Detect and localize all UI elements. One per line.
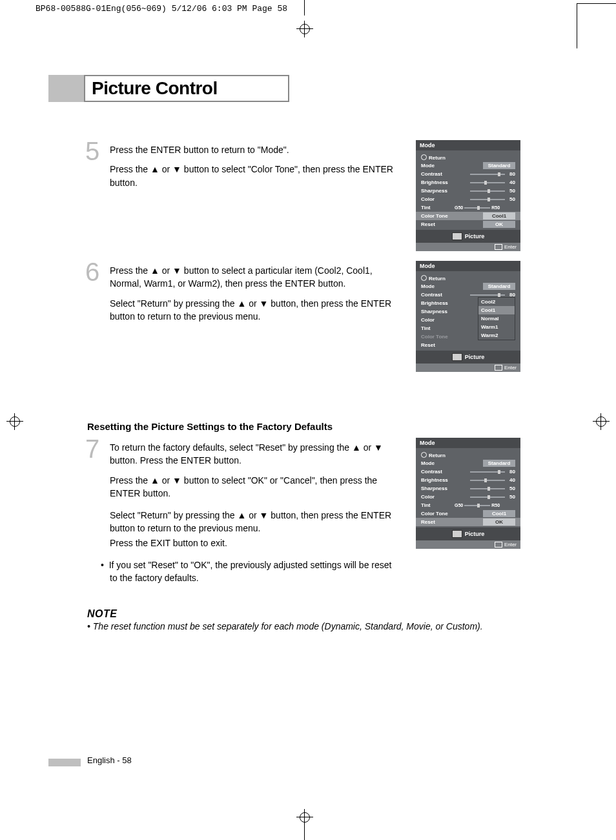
osd-colortone-label: Color Tone [421, 213, 455, 219]
osd-brightness-row: Brightness40 [420, 476, 517, 484]
osd-color-row: Color50 [420, 195, 517, 203]
osd-return-label: Return [421, 274, 455, 282]
page: BP68-00588G-01Eng(056~069) 5/12/06 6:03 … [0, 0, 616, 840]
osd-brightness-label: Brightness [421, 300, 455, 306]
osd-contrast-row: Contrast80 [420, 170, 517, 178]
registration-mark-left [6, 413, 23, 430]
osd-brightness-label: Brightness [421, 477, 455, 483]
osd-reset-label: Reset [421, 519, 455, 525]
step-5-line-2: Press the ▲ or ▼ button to select "Color… [110, 163, 397, 189]
osd-sharpness-row: Sharpness50 [420, 187, 517, 195]
osd-color-label: Color [421, 317, 455, 323]
step-6-line-2: Select "Return" by pressing the ▲ or ▼ b… [110, 297, 397, 323]
osd-color-value: 50 [506, 494, 515, 500]
osd-reset-label: Reset [421, 342, 455, 348]
osd-reset-row-selected: ResetOK [416, 518, 520, 526]
osd-step-5: Mode Return ModeStandard Contrast80 Brig… [416, 140, 520, 251]
osd-sharpness-label: Sharpness [421, 309, 455, 314]
step-5: 5 Press the ENTER button to return to "M… [87, 143, 397, 196]
osd-enter-bar: Enter [416, 540, 520, 549]
osd-mode-value: Standard [483, 283, 515, 290]
osd-brightness-value: 40 [506, 179, 515, 185]
step-number-7: 7 [85, 435, 99, 464]
osd-brightness-value: 40 [506, 477, 515, 483]
osd-contrast-label: Contrast [421, 171, 455, 177]
osd-colortone-label: Color Tone [421, 511, 455, 517]
step-7-line-4: Press the EXIT button to exit. [110, 537, 397, 549]
osd-reset-row: ResetOK [420, 220, 517, 229]
title-tab [48, 75, 84, 102]
step-number-6: 6 [85, 258, 99, 287]
osd-step-6: Mode Return ModeStandard Contrast80 Brig… [416, 261, 520, 372]
osd-colortone-value: Cool1 [483, 212, 515, 220]
osd-footer-label: Picture [465, 531, 485, 537]
title-block: Picture Control [84, 75, 289, 102]
osd-title: Mode [416, 438, 520, 448]
osd-return-row: Return [420, 153, 517, 161]
popup-cool2: Cool2 [478, 298, 515, 306]
step-number-5: 5 [85, 137, 99, 166]
osd-color-row: Color50 [420, 493, 517, 501]
step-6-text: Press the ▲ or ▼ button to select a part… [110, 264, 397, 323]
osd-sharpness-label: Sharpness [421, 188, 455, 194]
page-footer: English - 58 [87, 755, 132, 765]
step-7-bullet: • If you set "Reset" to "OK", the previo… [110, 558, 397, 585]
osd-enter-label: Enter [504, 365, 517, 371]
osd-return-label: Return [421, 451, 455, 458]
osd-tint-g: G50 [455, 205, 463, 210]
osd-title: Mode [416, 261, 520, 271]
osd-brightness-row: Brightness40 [420, 178, 517, 187]
osd-tint-row: TintG50R50 [420, 501, 517, 509]
crop-mark-right-v [577, 3, 577, 48]
note-block: NOTE • The reset function must be set se… [87, 608, 513, 631]
crop-mark-bottom [304, 825, 305, 840]
popup-warm1: Warm1 [478, 323, 515, 331]
osd-mode-row: ModeStandard [420, 282, 517, 291]
osd-colortone-row: Color ToneCool1 [420, 509, 517, 518]
osd-tint-r: R50 [491, 503, 500, 507]
note-text: • The reset function must be set separat… [87, 621, 513, 631]
step-6: 6 Press the ▲ or ▼ button to select a pa… [87, 264, 397, 329]
step-7-line-3: Select "Return" by pressing the ▲ or ▼ b… [110, 509, 397, 535]
osd-mode-label: Mode [421, 460, 455, 466]
osd-contrast-value: 80 [506, 469, 515, 475]
osd-color-value: 50 [506, 196, 515, 202]
osd-enter-label: Enter [504, 542, 517, 548]
osd-contrast-row: Contrast80 [420, 467, 517, 476]
osd-contrast-label: Contrast [421, 292, 455, 298]
osd-reset-value: OK [483, 221, 515, 228]
popup-normal: Normal [478, 314, 515, 323]
osd-color-label: Color [421, 196, 455, 202]
osd-step-7: Mode Return ModeStandard Contrast80 Brig… [416, 438, 520, 549]
osd-colortone-row-selected: Color ToneCool1 [416, 212, 520, 220]
section-heading: Resetting the Picture Settings to the Fa… [87, 421, 333, 432]
step-5-text: Press the ENTER button to return to "Mod… [110, 143, 397, 189]
osd-mode-row: ModeStandard [420, 459, 517, 467]
osd-sharpness-value: 50 [506, 188, 515, 194]
colortone-popup: Cool2 Cool1 Normal Warm1 Warm2 [478, 297, 515, 340]
osd-reset-value: OK [483, 518, 515, 526]
osd-colortone-value: Cool1 [483, 510, 515, 517]
page-title: Picture Control [92, 78, 218, 99]
osd-tint-label: Tint [421, 325, 455, 331]
osd-footer: Picture [416, 528, 520, 540]
osd-sharpness-label: Sharpness [421, 486, 455, 491]
osd-tint-g: G50 [455, 503, 463, 507]
enter-icon [495, 365, 502, 371]
osd-colortone-label: Color Tone [421, 334, 455, 340]
osd-mode-row: ModeStandard [420, 161, 517, 170]
osd-tint-label: Tint [421, 502, 455, 508]
tv-icon [452, 232, 462, 240]
osd-sharpness-value: 50 [506, 486, 515, 491]
popup-cool1-selected: Cool1 [478, 306, 515, 314]
osd-reset-row: Reset [420, 341, 517, 349]
step-7: 7 To return the factory defaults, select… [87, 441, 397, 591]
osd-title: Mode [416, 140, 520, 150]
print-header: BP68-00588G-01Eng(056~069) 5/12/06 6:03 … [36, 4, 287, 14]
step-7-text: To return the factory defaults, select "… [110, 441, 397, 585]
osd-mode-label: Mode [421, 283, 455, 289]
registration-mark-top [296, 21, 313, 37]
step-5-line-1: Press the ENTER button to return to "Mod… [110, 143, 397, 156]
osd-brightness-label: Brightness [421, 179, 455, 185]
osd-return-label: Return [421, 154, 455, 161]
